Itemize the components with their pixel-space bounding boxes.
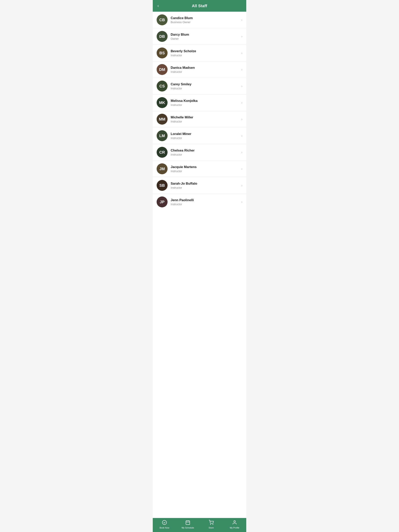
avatar-initials: DM — [157, 64, 167, 75]
staff-info: Candice BlumBusiness Owner — [171, 16, 240, 24]
staff-name: Carey Smiley — [171, 82, 240, 86]
staff-role: Instructor — [171, 137, 240, 140]
staff-item[interactable]: DBDarcy BlumOwner› — [153, 28, 246, 45]
staff-role: Instructor — [171, 87, 240, 90]
staff-item[interactable]: LMLoralei MinerInstructor› — [153, 127, 246, 144]
staff-item[interactable]: JMJacquie MartensInstructor› — [153, 161, 246, 177]
check-circle-icon — [162, 520, 167, 526]
svg-rect-1 — [186, 521, 190, 525]
staff-item[interactable]: MKMelissa KonjolkaInstructor› — [153, 95, 246, 111]
staff-avatar: MK — [157, 97, 167, 108]
staff-item[interactable]: CSCarey SmileyInstructor› — [153, 78, 246, 95]
staff-avatar: SB — [157, 180, 167, 191]
staff-avatar: JP — [157, 196, 167, 207]
chevron-right-icon: › — [241, 150, 242, 154]
staff-role: Business Owner — [171, 21, 240, 24]
header: ‹ All Staff — [153, 0, 246, 12]
staff-info: Sarah-Jo BuffaloInstructor — [171, 182, 240, 189]
staff-item[interactable]: SBSarah-Jo BuffaloInstructor› — [153, 177, 246, 194]
chevron-right-icon: › — [241, 51, 242, 55]
svg-point-6 — [213, 524, 213, 525]
staff-name: Chelsea Richer — [171, 149, 240, 152]
chevron-right-icon: › — [241, 18, 242, 22]
staff-info: Darcy BlumOwner — [171, 33, 240, 40]
staff-item[interactable]: CRChelsea RicherInstructor› — [153, 144, 246, 161]
nav-my-schedule-label: My Schedule — [182, 526, 194, 529]
chevron-right-icon: › — [241, 101, 242, 105]
staff-info: Loralei MinerInstructor — [171, 132, 240, 140]
staff-info: Jacquie MartensInstructor — [171, 165, 240, 173]
chevron-right-icon: › — [241, 117, 242, 121]
chevron-right-icon: › — [241, 68, 242, 72]
chevron-right-icon: › — [241, 184, 242, 188]
avatar-initials: LM — [157, 130, 167, 141]
staff-name: Beverly Scholze — [171, 49, 240, 53]
avatar-initials: CB — [157, 14, 167, 25]
staff-name: Michelle Miller — [171, 115, 240, 119]
staff-item[interactable]: BSBeverly ScholzeInstructor› — [153, 45, 246, 61]
staff-avatar: DB — [157, 31, 167, 42]
staff-avatar: CS — [157, 81, 167, 92]
nav-my-profile-label: My Profile — [230, 526, 239, 529]
avatar-initials: JP — [157, 196, 167, 207]
staff-item[interactable]: MMMichelle MillerInstructor› — [153, 111, 246, 127]
staff-item[interactable]: DMDanica MadsenInstructor› — [153, 61, 246, 78]
staff-name: Danica Madsen — [171, 66, 240, 70]
staff-role: Instructor — [171, 170, 240, 173]
nav-book-now[interactable]: Book Now — [153, 520, 176, 529]
avatar-initials: JM — [157, 163, 167, 174]
staff-info: Beverly ScholzeInstructor — [171, 49, 240, 57]
staff-info: Carey SmileyInstructor — [171, 82, 240, 90]
avatar-initials: SB — [157, 180, 167, 191]
nav-my-profile[interactable]: My Profile — [223, 520, 246, 529]
staff-role: Instructor — [171, 54, 240, 57]
page-title: All Staff — [192, 4, 207, 8]
calendar-icon — [185, 520, 190, 526]
avatar-initials: CR — [157, 147, 167, 158]
svg-point-7 — [234, 520, 236, 522]
staff-avatar: CR — [157, 147, 167, 158]
avatar-initials: MM — [157, 114, 167, 125]
staff-name: Sarah-Jo Buffalo — [171, 182, 240, 186]
back-button[interactable]: ‹ — [156, 3, 160, 9]
staff-role: Owner — [171, 37, 240, 40]
staff-avatar: BS — [157, 48, 167, 58]
cart-icon — [209, 520, 214, 526]
staff-name: Darcy Blum — [171, 33, 240, 37]
staff-role: Instructor — [171, 103, 240, 107]
svg-point-5 — [210, 524, 211, 525]
nav-my-schedule[interactable]: My Schedule — [176, 520, 200, 529]
staff-role: Instructor — [171, 153, 240, 156]
staff-info: Melissa KonjolkaInstructor — [171, 99, 240, 107]
nav-book-now-label: Book Now — [160, 526, 169, 529]
nav-store-label: Store — [209, 526, 214, 529]
bottom-nav: Book Now My Schedule Store — [153, 518, 246, 532]
staff-name: Candice Blum — [171, 16, 240, 20]
staff-name: Melissa Konjolka — [171, 99, 240, 103]
avatar-initials: CS — [157, 81, 167, 92]
staff-name: Jacquie Martens — [171, 165, 240, 169]
staff-item[interactable]: CBCandice BlumBusiness Owner› — [153, 12, 246, 28]
chevron-right-icon: › — [241, 34, 242, 38]
svg-point-0 — [162, 520, 167, 525]
chevron-right-icon: › — [241, 200, 242, 204]
staff-name: Loralei Miner — [171, 132, 240, 136]
avatar-initials: DB — [157, 31, 167, 42]
staff-info: Michelle MillerInstructor — [171, 115, 240, 123]
staff-role: Instructor — [171, 120, 240, 123]
staff-name: Jenn Paolinelli — [171, 198, 240, 202]
person-icon — [232, 520, 237, 526]
avatar-initials: BS — [157, 48, 167, 58]
avatar-initials: MK — [157, 97, 167, 108]
staff-info: Chelsea RicherInstructor — [171, 149, 240, 156]
chevron-right-icon: › — [241, 167, 242, 171]
staff-role: Instructor — [171, 186, 240, 189]
nav-store[interactable]: Store — [200, 520, 223, 529]
staff-avatar: MM — [157, 114, 167, 125]
staff-role: Instructor — [171, 70, 240, 73]
staff-info: Danica MadsenInstructor — [171, 66, 240, 73]
staff-avatar: LM — [157, 130, 167, 141]
staff-avatar: DM — [157, 64, 167, 75]
chevron-right-icon: › — [241, 84, 242, 88]
staff-item[interactable]: JPJenn PaolinelliInstructor› — [153, 194, 246, 210]
